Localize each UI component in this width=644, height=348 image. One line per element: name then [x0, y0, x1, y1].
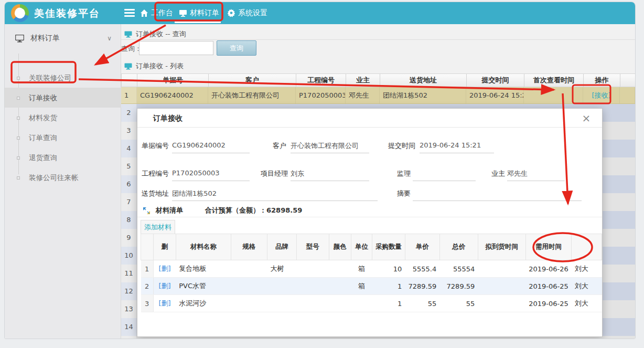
sidebar-item[interactable]: 装修公司往来帐	[5, 167, 121, 187]
accept-link[interactable]: [接收]	[583, 87, 620, 103]
material-cell: 7289.59	[405, 278, 439, 295]
material-cell: 55554	[439, 260, 478, 278]
sidebar-item[interactable]: 订单查询	[5, 128, 121, 147]
sidebar-header-material-orders[interactable]: 材料订单 ∨	[5, 28, 121, 48]
add-material-button[interactable]: 添加材料	[141, 220, 175, 234]
material-cell: 55	[405, 295, 439, 312]
field-value[interactable]: 2019-06-24 15:21	[420, 141, 481, 149]
material-cell	[296, 295, 329, 312]
bullet-icon	[17, 136, 20, 140]
brand-logo-icon	[11, 4, 29, 22]
column-header: 材料名称	[176, 234, 231, 260]
nav-item-workbench[interactable]: 工作台	[140, 2, 173, 24]
sidebar-item[interactable]: 订单接收	[5, 88, 121, 108]
brand-title: 美佳装修平台	[34, 2, 100, 24]
query-input[interactable]	[139, 41, 213, 55]
sidebar-item-label: 退货查询	[29, 153, 57, 162]
field-value[interactable]: 邓先生	[507, 169, 528, 178]
row-number: 4	[121, 140, 137, 157]
query-panel-title-text: 订单接收 -- 查询	[136, 29, 186, 39]
row-number: 2	[141, 278, 154, 295]
sidebar-item[interactable]: 退货查询	[5, 147, 121, 167]
close-icon[interactable]: ×	[580, 112, 593, 124]
field-value[interactable]: CG1906240002	[172, 141, 226, 149]
column-header: 规格	[231, 234, 267, 260]
field-underline	[413, 181, 476, 181]
modal-field: 业主邓先生	[491, 169, 505, 180]
hamburger-icon[interactable]	[124, 9, 135, 17]
collapse-arrows-icon[interactable]	[143, 207, 151, 215]
modal-title: 订单接收	[153, 114, 183, 122]
order-cell: 团结湖1栋502	[380, 87, 466, 103]
material-cell: 10	[372, 260, 405, 278]
column-header: 颜色	[329, 234, 351, 260]
sidebar-item-label: 订单查询	[29, 133, 57, 142]
material-cell	[231, 295, 267, 312]
field-label: 提交时间	[388, 142, 415, 150]
material-cell	[478, 295, 525, 312]
material-cell: 刘大	[572, 278, 602, 295]
field-underline	[172, 181, 250, 181]
order-cell	[524, 87, 583, 103]
order-cell: 邓先生	[346, 87, 380, 103]
nav-item-label: 工作台	[151, 8, 173, 18]
material-row: 3[删]水泥河沙155552019-06-25刘大	[141, 295, 602, 312]
row-number: 8	[121, 211, 137, 229]
material-cell: 2019-06-25	[525, 295, 572, 312]
modal-field: 监理	[397, 169, 411, 180]
column-header: 单据号	[137, 74, 209, 87]
monitor-icon	[124, 31, 132, 38]
material-cell: 刘大	[572, 295, 602, 312]
column-header: 总价	[439, 234, 478, 260]
field-value[interactable]: 开心装饰工程有限公司	[291, 141, 359, 151]
material-cell: 7289.59	[439, 278, 478, 295]
page: 美佳装修平台 工作台 材料订单 系统设置	[0, 0, 644, 348]
material-cell: 55	[439, 295, 478, 312]
materials-table-header: 删材料名称规格品牌型号颜色单位采购数量单价总价拟到货时间需用时间	[141, 234, 602, 260]
material-cell: 箱	[351, 278, 372, 295]
sidebar-item[interactable]: 关联装修公司	[5, 68, 121, 88]
order-row-selected[interactable]: 1CG1906240002开心装饰工程有限公司P1702050003邓先生团结湖…	[121, 87, 636, 104]
row-number: 10	[121, 247, 137, 265]
row-number: 14	[121, 318, 137, 336]
field-value[interactable]: 刘东	[291, 169, 304, 178]
field-label: 摘要	[397, 189, 411, 197]
row-number: 6	[121, 175, 137, 193]
row-number: 1	[141, 260, 154, 278]
field-value[interactable]: 团结湖1栋502	[172, 189, 217, 198]
column-header: 删	[153, 234, 176, 260]
sidebar-item[interactable]: 材料发货	[5, 108, 121, 128]
row-number: 12	[121, 282, 137, 300]
material-cell	[296, 278, 329, 295]
query-button[interactable]: 查询	[217, 40, 256, 56]
sidebar-item-label: 装修公司往来帐	[29, 173, 79, 182]
material-cell: [删]	[153, 260, 176, 278]
monitor-icon	[124, 63, 132, 70]
budget-total: 合计预算（金额）：62898.59	[205, 206, 302, 215]
delete-link[interactable]: [删]	[158, 265, 170, 272]
list-panel-title-text: 订单接收 - 列表	[136, 61, 184, 71]
field-label: 业主	[491, 170, 505, 177]
materials-table: 删材料名称规格品牌型号颜色单位采购数量单价总价拟到货时间需用时间1[删]复合地板…	[141, 234, 602, 312]
row-number: 5	[121, 157, 137, 175]
field-value[interactable]: P1702050003	[172, 169, 220, 177]
field-label: 单据编号	[142, 142, 169, 150]
material-cell	[231, 260, 267, 278]
home-icon	[140, 9, 148, 17]
row-number: 3	[141, 295, 154, 312]
modal-field: 工程编号P1702050003	[142, 169, 169, 180]
column-header-spacer	[620, 74, 636, 87]
column-header-spacer	[141, 234, 154, 260]
delete-link[interactable]: [删]	[158, 299, 170, 307]
nav-item-material-orders[interactable]: 材料订单	[179, 2, 219, 24]
nav-item-system-settings[interactable]: 系统设置	[227, 2, 267, 24]
field-underline	[413, 201, 582, 201]
material-cell: 2019-06-25	[525, 278, 572, 295]
delete-link[interactable]: [删]	[158, 282, 170, 290]
material-cell: 复合地板	[176, 260, 231, 278]
monitor-icon	[179, 9, 187, 17]
sidebar-item-label: 关联装修公司	[29, 73, 71, 82]
column-header: 单位	[351, 234, 372, 260]
bullet-icon	[17, 156, 20, 160]
material-cell	[267, 295, 296, 312]
